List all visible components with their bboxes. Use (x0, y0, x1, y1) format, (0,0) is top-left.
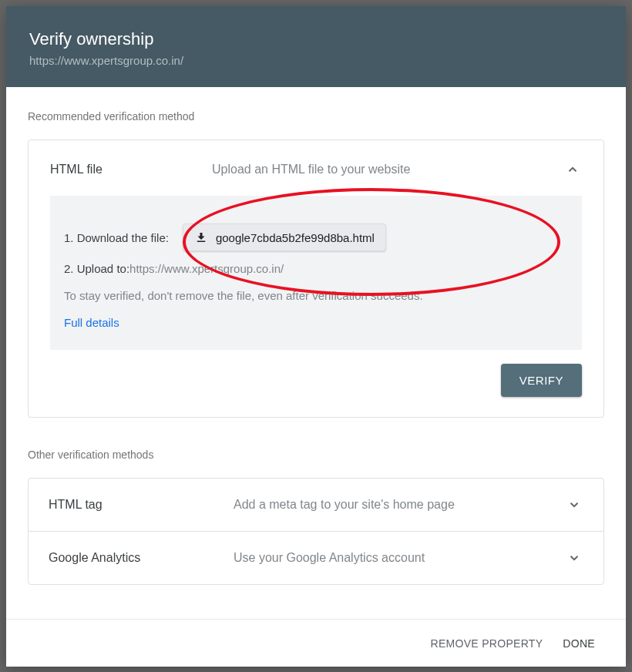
html-file-method-body: 1. Download the file: google7cbda5b2fe99… (50, 196, 582, 350)
other-methods-section-label: Other verification methods (28, 449, 604, 461)
method-google-analytics[interactable]: Google Analytics Use your Google Analyti… (29, 532, 603, 584)
chevron-down-icon (565, 496, 583, 514)
download-icon (194, 230, 208, 244)
step-upload: 2. Upload to: https://www.xpertsgroup.co… (64, 262, 568, 275)
chevron-down-icon (565, 549, 583, 567)
remove-property-button[interactable]: REMOVE PROPERTY (431, 637, 543, 650)
recommended-section-label: Recommended verification method (28, 110, 604, 123)
method-title: Google Analytics (49, 551, 234, 565)
method-title: HTML tag (49, 498, 234, 512)
step-upload-url: https://www.xpertsgroup.co.in/ (129, 262, 284, 275)
method-title: HTML file (50, 163, 212, 176)
dialog-footer: REMOVE PROPERTY DONE (6, 619, 626, 667)
verify-button[interactable]: VERIFY (501, 364, 582, 397)
method-html-tag[interactable]: HTML tag Add a meta tag to your site's h… (29, 479, 603, 532)
dialog-title: Verify ownership (29, 29, 603, 49)
step-download-label: 1. Download the file: (64, 231, 169, 244)
other-methods-list: HTML tag Add a meta tag to your site's h… (28, 478, 604, 585)
download-file-button[interactable]: google7cbda5b2fe99d8ba.html (183, 223, 386, 251)
dialog-content[interactable]: Recommended verification method HTML fil… (6, 87, 626, 600)
step-download: 1. Download the file: google7cbda5b2fe99… (64, 223, 568, 251)
step-upload-label: 2. Upload to: (64, 262, 129, 275)
method-desc: Upload an HTML file to your website (212, 163, 563, 176)
verify-ownership-dialog: Verify ownership https://www.xpertsgroup… (6, 6, 626, 667)
chevron-up-icon (563, 160, 582, 179)
verification-note: To stay verified, don't remove the file,… (64, 289, 568, 302)
full-details-link[interactable]: Full details (64, 316, 119, 329)
verify-row: VERIFY (50, 364, 582, 397)
done-button[interactable]: DONE (563, 637, 595, 650)
dialog-property-url: https://www.xpertsgroup.co.in/ (29, 54, 603, 67)
method-desc: Add a meta tag to your site's home page (234, 498, 565, 512)
html-file-method-card: HTML file Upload an HTML file to your we… (28, 139, 604, 418)
dialog-header: Verify ownership https://www.xpertsgroup… (6, 6, 626, 87)
method-desc: Use your Google Analytics account (234, 551, 565, 565)
download-filename: google7cbda5b2fe99d8ba.html (216, 231, 375, 244)
html-file-method-header[interactable]: HTML file Upload an HTML file to your we… (50, 160, 582, 179)
